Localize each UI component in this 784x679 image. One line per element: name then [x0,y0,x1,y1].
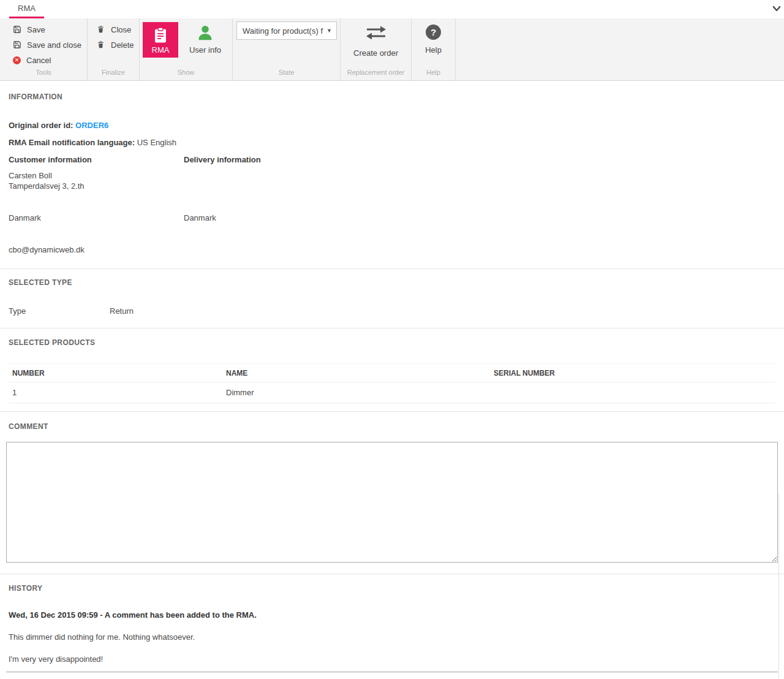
section-information: INFORMATION Original order id: ORDER6 RM… [0,81,784,268]
selected-type-title: SELECTED TYPE [9,278,775,287]
customer-address-line [9,203,184,213]
ribbon-group-finalize: Close Delete Finalize [88,18,140,80]
dropdown-arrow-icon: ▼ [326,28,332,34]
trash-icon [97,25,105,34]
customer-address-line [9,224,184,234]
close-button[interactable]: Close [97,25,139,34]
ribbon-group-label-finalize: Finalize [88,69,139,76]
swap-arrows-icon [364,34,388,43]
ribbon-group-label-state: State [233,69,340,76]
help-button[interactable]: ? Help [412,18,455,55]
tab-rma-label: RMA [18,4,36,13]
section-selected-type: SELECTED TYPE Type Return [0,268,784,328]
cancel-button[interactable]: ✕ Cancel [13,55,87,65]
ribbon-group-state: Waiting for product(s) f ▼ State [233,18,341,80]
section-history: HISTORY Wed, 16 Dec 2015 09:59 - A comme… [0,574,784,679]
delivery-address-line [184,192,775,203]
section-selected-products: SELECTED PRODUCTS NUMBER NAME SERIAL NUM… [0,328,784,411]
history-title: HISTORY [9,584,775,593]
delete-button[interactable]: Delete [97,40,139,50]
close-label: Close [111,25,131,34]
chevron-down-icon[interactable] [771,3,782,14]
ribbon-group-show: RMA User info Show [140,18,233,80]
customer-information-column: Customer information Carsten Boll Tamper… [9,155,184,256]
email-language-label: RMA Email notification language: [9,138,135,147]
user-info-button[interactable]: User info [185,22,225,58]
delivery-address-line [184,181,775,192]
ribbon-group-label-tools: Tools [0,69,87,76]
selected-products-table: NUMBER NAME SERIAL NUMBER 1 Dimmer [9,363,775,403]
table-row[interactable]: 1 Dimmer [9,382,775,403]
delivery-address-line [184,171,775,181]
section-comment: COMMENT [0,411,784,574]
customer-address-line: Tamperdalsvej 3, 2.th [9,181,184,192]
save-button[interactable]: Save [13,25,87,34]
type-label: Type [9,306,110,316]
ribbon-group-tools: Save Save and close ✕ Cancel Tools [0,18,88,80]
cancel-label: Cancel [26,56,51,65]
save-and-close-button[interactable]: Save and close [13,40,87,50]
save-label: Save [27,25,45,34]
delivery-address-line: Danmark [184,213,775,224]
ribbon-toolbar: Save Save and close ✕ Cancel Tools Close [0,18,784,81]
user-info-label: User info [189,45,221,55]
column-header-number: NUMBER [9,364,222,382]
save-icon [13,25,21,34]
original-order-id-link[interactable]: ORDER6 [75,121,108,130]
ribbon-group-label-replacement-order: Replacement order [341,69,411,76]
column-header-serial-number: SERIAL NUMBER [490,364,775,382]
email-language-value: US English [137,138,176,147]
history-entry-comment-line: This dimmer did nothing for me. Nothing … [9,632,775,642]
type-value: Return [110,306,134,316]
customer-address-line: Danmark [9,213,184,224]
comment-title: COMMENT [9,422,775,431]
delete-label: Delete [111,40,134,50]
history-entry-heading: Wed, 16 Dec 2015 09:59 - A comment has b… [9,610,775,620]
state-dropdown-value: Waiting for product(s) f [243,26,323,36]
ribbon-group-label-help: Help [412,69,455,76]
save-icon [13,40,21,49]
tab-rma[interactable]: RMA [9,0,44,18]
save-and-close-label: Save and close [27,40,81,50]
products-header-row: NUMBER NAME SERIAL NUMBER [9,364,775,382]
history-entry-divider [6,672,778,672]
history-entry-comment-line: I'm very very disappointed! [9,654,775,664]
delivery-address-line [184,203,775,213]
customer-information-heading: Customer information [9,155,184,171]
customer-email: cbo@dynamicweb.dk [9,245,184,256]
information-title: INFORMATION [9,93,775,101]
clipboard-icon [153,27,168,45]
delivery-information-heading: Delivery information [184,155,775,171]
create-order-button[interactable]: Create order [341,18,411,58]
scrollbar-track[interactable] [778,495,779,679]
customer-address-line: Carsten Boll [9,171,184,181]
cancel-icon: ✕ [13,56,21,64]
comment-textarea[interactable] [6,442,778,563]
selected-products-title: SELECTED PRODUCTS [9,338,775,347]
help-icon: ? [426,25,441,40]
tab-bar: RMA [0,0,784,18]
trash-icon [97,40,105,49]
rma-show-label: RMA [152,45,170,55]
column-header-name: NAME [222,364,490,382]
product-serial-cell [490,382,775,403]
state-dropdown[interactable]: Waiting for product(s) f ▼ [236,21,337,40]
ribbon-group-replacement-order: Create order Replacement order [341,18,412,80]
original-order-id-label: Original order id: [9,121,73,130]
create-order-label: Create order [341,48,411,58]
product-number-cell: 1 [9,382,222,403]
product-name-cell: Dimmer [222,382,490,403]
rma-detail-content: INFORMATION Original order id: ORDER6 RM… [0,81,784,679]
customer-address-line [9,235,184,245]
user-icon [196,23,214,45]
ribbon-group-label-show: Show [140,69,232,76]
rma-show-button[interactable]: RMA [143,22,178,58]
ribbon-spacer [456,18,784,80]
help-label: Help [412,45,455,55]
ribbon-group-help: ? Help Help [412,18,456,80]
customer-address-line [9,192,184,203]
delivery-information-column: Delivery information Danmark [184,155,775,256]
